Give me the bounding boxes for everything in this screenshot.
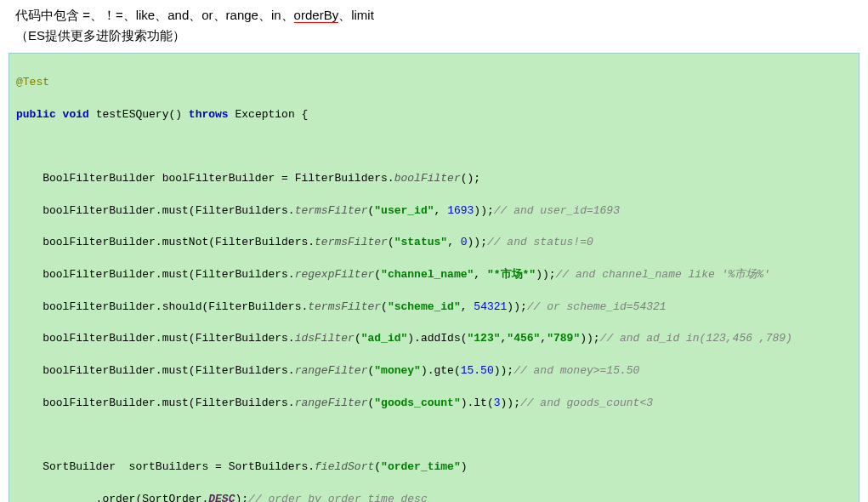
code-text: ( (388, 236, 394, 248)
code-text: ( (355, 332, 361, 345)
number-literal: 15.50 (461, 364, 494, 377)
constant: DESC (208, 493, 235, 502)
code-text: boolFilterBuilder.must(FilterBuilders. (16, 204, 295, 217)
code-text: boolFilterBuilder.must(FilterBuilders. (16, 396, 295, 409)
code-text: boolFilterBuilder.should(FilterBuilders. (16, 300, 308, 313)
comment: // or scheme_id=54321 (527, 300, 667, 313)
code-text: ( (374, 460, 381, 473)
code-text: )); (474, 204, 493, 217)
method-call: rangeFilter (295, 364, 368, 377)
code-block: @Test public void testESQuery() throws E… (9, 53, 859, 502)
string-literal: "status" (394, 236, 447, 248)
string-literal: "ad_id" (361, 332, 408, 345)
number-literal: 1693 (447, 204, 474, 217)
number-literal: 3 (494, 396, 501, 409)
annotation: @Test (16, 76, 49, 88)
code-text: )); (536, 268, 555, 281)
string-literal: "goods_count" (374, 396, 460, 409)
code-text: ).lt( (461, 396, 494, 409)
method-call: termsFilter (315, 236, 388, 248)
code-text: boolFilterBuilder.must(FilterBuilders. (16, 332, 295, 345)
comment: // and status!=0 (487, 236, 593, 248)
code-text: , (461, 300, 474, 313)
code-text: , (474, 268, 487, 281)
comment: // and goods_count<3 (520, 396, 653, 409)
code-text: ).gte( (421, 364, 461, 377)
code-text: , (447, 236, 461, 248)
code-text: BoolFilterBuilder boolFilterBuilder = Fi… (16, 172, 394, 185)
code-text: .order(SortOrder. (16, 493, 208, 502)
heading-text: 代码中包含 =、！=、like、and、or、range、in、orderBy、… (0, 0, 868, 46)
code-text: , (434, 204, 448, 217)
string-literal: "123" (468, 332, 501, 345)
code-text: boolFilterBuilder.mustNot(FilterBuilders… (16, 236, 315, 248)
number-literal: 54321 (474, 300, 507, 313)
heading-line1-part3: 、limit (338, 8, 374, 22)
code-text: )); (494, 364, 513, 377)
code-text: SortBuilder sortBuilders = SortBuilders. (16, 460, 315, 473)
string-literal: "channel_name" (381, 268, 474, 281)
string-literal: "money" (374, 364, 421, 377)
code-text: ( (374, 268, 381, 281)
string-literal: "789" (547, 332, 580, 345)
string-literal: "scheme_id" (388, 300, 461, 313)
method-call: idsFilter (295, 332, 355, 345)
method-name: testESQuery() (89, 108, 189, 121)
string-literal: "order_time" (381, 460, 461, 473)
code-text: (); (461, 172, 480, 185)
code-text: boolFilterBuilder.must(FilterBuilders. (16, 364, 295, 377)
string-literal: "*市场*" (487, 268, 536, 281)
comment: // and user_id=1693 (494, 204, 620, 217)
sig-rest: Exception { (229, 108, 309, 121)
code-text: )); (580, 332, 599, 345)
method-call: boolFilter (394, 172, 461, 185)
heading-line2: （ES提供更多进阶搜索功能） (15, 26, 853, 46)
code-text: ); (235, 493, 248, 502)
code-text: boolFilterBuilder.must(FilterBuilders. (16, 268, 295, 281)
comment: // order by order_time desc (248, 493, 428, 502)
code-text: )); (501, 396, 520, 409)
method-call: termsFilter (295, 204, 368, 217)
kw-throws: throws (189, 108, 229, 121)
method-call: termsFilter (308, 300, 381, 313)
heading-orderby: orderBy (294, 8, 339, 23)
code-text: ( (381, 300, 388, 313)
comment: // and channel_name like '%市场%' (556, 268, 770, 281)
code-text: ).addIds( (407, 332, 467, 345)
kw-public-void: public void (16, 108, 89, 121)
comment: // and money>=15.50 (513, 364, 639, 377)
code-text: )); (468, 236, 487, 248)
method-call: regexpFilter (295, 268, 375, 281)
code-text: , (540, 332, 547, 345)
heading-line1-part1: 代码中包含 =、！=、like、and、or、range、in、 (15, 8, 294, 22)
string-literal: "456" (507, 332, 540, 345)
comment: // and ad_id in(123,456 ,789) (600, 332, 792, 345)
string-literal: "user_id" (374, 204, 434, 217)
code-text: ) (461, 460, 468, 473)
code-text: )); (507, 300, 526, 313)
method-call: fieldSort (315, 460, 374, 473)
number-literal: 0 (461, 236, 468, 248)
method-call: rangeFilter (295, 396, 368, 409)
